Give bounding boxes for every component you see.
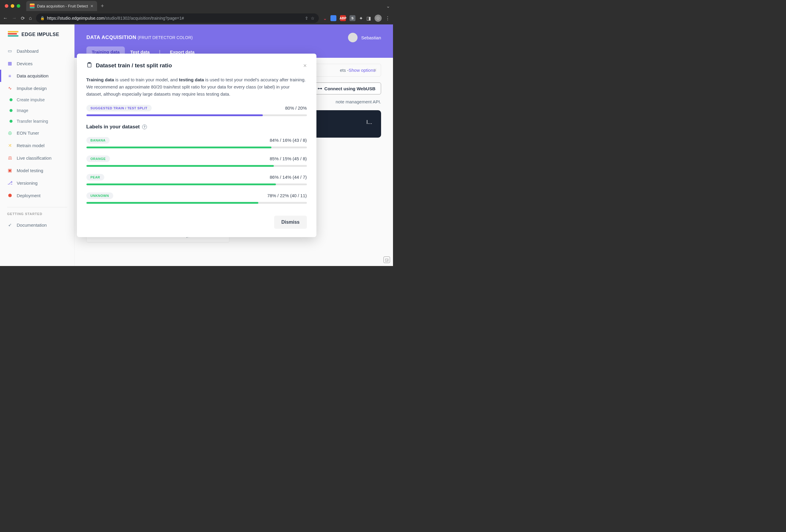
label-progress [86,165,307,167]
progress-fill [86,146,272,148]
minimize-window-icon[interactable] [11,4,14,8]
label-ratio: 86% / 14% (44 / 7) [270,175,307,180]
back-button[interactable]: ← [3,16,8,21]
clipboard-icon [86,62,92,69]
share-icon[interactable]: ⇪ [305,16,308,21]
tab-title: Data acquisition - Fruit Detect [37,4,88,8]
browser-toolbar: ← → ⟳ ⌂ 🔒 https://studio.edgeimpulse.com… [0,12,393,24]
modal-footer: Dismiss [86,216,307,229]
suggested-progress [86,114,307,116]
browser-chrome: Data acquisition - Fruit Detect ✕ + ⌄ ← … [0,0,393,24]
extensions-icon[interactable]: ✦ [359,16,363,21]
label-ratio: 85% / 15% (45 / 8) [270,156,307,161]
help-icon[interactable]: ? [142,124,147,129]
window-controls[interactable] [5,4,20,8]
modal-body-text: Training data is used to train your mode… [86,76,307,98]
label-progress [86,184,307,185]
extension-icon-s[interactable]: S [349,15,355,21]
progress-fill [86,165,274,167]
modal-header: Dataset train / test split ratio × [86,62,307,69]
close-tab-icon[interactable]: ✕ [90,4,94,8]
menu-icon[interactable]: ⋮ [385,16,390,21]
star-icon[interactable]: ☆ [311,16,315,21]
reload-button[interactable]: ⟳ [21,16,25,21]
label-split-row: PEAR86% / 14% (44 / 7) [86,174,307,185]
tabs-dropdown-icon[interactable]: ⌄ [386,3,390,9]
modal-title: Dataset train / test split ratio [96,62,172,69]
favicon-icon [30,4,34,8]
close-window-icon[interactable] [5,4,8,8]
home-button[interactable]: ⌂ [29,16,32,21]
modal-close-button[interactable]: × [303,62,307,69]
suggested-split-section: SUGGESTED TRAIN / TEST SPLIT 80% / 20% [86,105,307,116]
label-split-row: BANANA84% / 16% (43 / 8) [86,137,307,148]
lock-icon: 🔒 [40,16,45,20]
split-ratio-modal: Dataset train / test split ratio × Train… [77,54,317,237]
progress-fill [86,114,263,116]
extension-icon-abp[interactable]: ABP [340,15,346,21]
labels-heading: Labels in your dataset ? [86,124,307,130]
forward-button[interactable]: → [12,16,17,21]
label-badge: BANANA [86,137,110,144]
suggested-split-badge: SUGGESTED TRAIN / TEST SPLIT [86,105,152,111]
dismiss-button[interactable]: Dismiss [274,216,307,229]
address-bar[interactable]: 🔒 https://studio.edgeimpulse.com/studio/… [36,14,319,23]
label-split-row: UNKNOWN78% / 22% (40 / 11) [86,192,307,204]
label-ratio: 84% / 16% (43 / 8) [270,138,307,143]
pocket-icon[interactable]: ⌄ [323,16,327,21]
label-progress [86,146,307,148]
sidepanel-icon[interactable]: ◨ [367,16,371,21]
label-ratio: 78% / 22% (40 / 11) [267,193,307,198]
extension-icon-blue[interactable] [330,15,337,21]
label-progress [86,202,307,204]
new-tab-button[interactable]: + [101,3,104,9]
progress-fill [86,202,258,204]
progress-fill [86,184,276,185]
extension-icons: ⌄ ABP S ✦ ◨ ☺ ⋮ [323,15,390,22]
modal-overlay: Dataset train / test split ratio × Train… [0,24,393,266]
profile-avatar[interactable]: ☺ [374,15,382,22]
browser-tab[interactable]: Data acquisition - Fruit Detect ✕ [26,1,97,11]
url-text: https://studio.edgeimpulse.com/studio/81… [47,16,184,21]
maximize-window-icon[interactable] [17,4,20,8]
tab-bar: Data acquisition - Fruit Detect ✕ + ⌄ [0,0,393,12]
label-badge: PEAR [86,174,105,181]
label-split-row: ORANGE85% / 15% (45 / 8) [86,156,307,167]
label-badge: UNKNOWN [86,192,113,199]
label-badge: ORANGE [86,156,110,162]
suggested-split-ratio: 80% / 20% [285,106,307,111]
